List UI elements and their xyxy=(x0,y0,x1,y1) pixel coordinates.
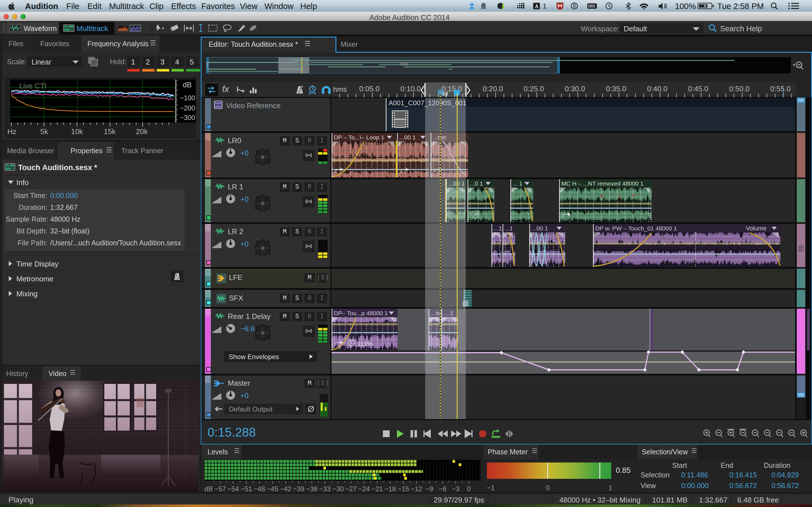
svg-text:1: 1 xyxy=(543,2,546,10)
